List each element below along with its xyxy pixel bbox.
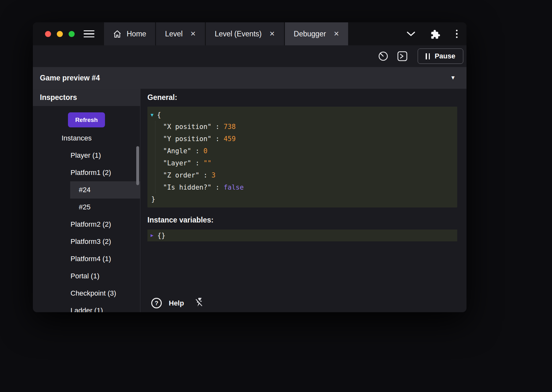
property-key: "Is hidden?" <box>163 184 212 191</box>
debugger-toolbar: Pause <box>33 45 466 67</box>
tab-label: Home <box>127 30 146 38</box>
tree-item-platform1[interactable]: Platform1 (2) <box>33 164 140 181</box>
json-property-row: "X position" : 738 <box>163 121 453 133</box>
chevron-down-icon[interactable] <box>407 31 415 37</box>
json-property-row: "Y position" : 459 <box>163 133 453 145</box>
json-property-row: "Z order" : 3 <box>163 169 453 181</box>
tab-label: Debugger <box>294 30 326 38</box>
json-property-row: "Layer" : "" <box>163 157 453 169</box>
property-value: 459 <box>224 135 236 143</box>
tree-item-instance-24[interactable]: #24 <box>70 181 140 199</box>
tree-item-player[interactable]: Player (1) <box>33 147 140 164</box>
debugger-window: Home Level ✕ Level (Events) ✕ Debugger ✕ <box>33 22 466 312</box>
property-key: "Y position" <box>163 135 212 143</box>
property-key: "Z order" <box>163 171 199 179</box>
chevron-down-icon[interactable]: ▼ <box>450 75 456 81</box>
general-label: General: <box>147 93 457 102</box>
inspector-panel: General: ▼ { "X position" : 738 "Y posit… <box>140 89 466 312</box>
inspectors-sidebar: Inspectors Refresh Instances Player (1) … <box>33 89 140 312</box>
collapse-triangle-icon[interactable]: ▼ <box>151 113 153 117</box>
help-label: Help <box>169 299 184 307</box>
property-key: "Layer" <box>163 159 191 167</box>
close-brace: } <box>151 193 453 205</box>
sidebar-scrollbar[interactable] <box>136 146 139 185</box>
tab-home[interactable]: Home <box>104 22 155 45</box>
tree-item-ladder[interactable]: Ladder (1) <box>33 302 140 312</box>
tree-item-platform3[interactable]: Platform3 (2) <box>33 233 140 250</box>
tree-item-platform4[interactable]: Platform4 (1) <box>33 250 140 268</box>
variables-value: {} <box>157 232 165 239</box>
json-property-row: "Angle" : 0 <box>163 145 453 157</box>
tab-label: Level (Events) <box>215 30 262 38</box>
menu-icon[interactable] <box>84 22 94 45</box>
profiler-gauge-icon[interactable] <box>377 50 389 62</box>
minimize-window-button[interactable] <box>57 31 63 37</box>
instance-variables-label: Instance variables: <box>147 216 457 224</box>
tabs: Home Level ✕ Level (Events) ✕ Debugger ✕ <box>104 22 349 45</box>
property-key: "X position" <box>163 123 212 131</box>
zoom-window-button[interactable] <box>69 31 75 37</box>
json-properties: "X position" : 738 "Y position" : 459 "A… <box>155 121 453 193</box>
content: Inspectors Refresh Instances Player (1) … <box>33 89 466 312</box>
game-preview-header[interactable]: Game preview #4 ▼ <box>33 67 466 89</box>
tab-level[interactable]: Level ✕ <box>156 22 205 45</box>
property-value: 0 <box>203 147 207 155</box>
pause-button[interactable]: Pause <box>418 49 463 64</box>
sidebar-title: Inspectors <box>33 89 140 106</box>
instance-variables-view: ▶ {} <box>147 230 457 241</box>
open-brace: { <box>157 111 161 119</box>
help-icon[interactable]: ? <box>151 298 162 308</box>
property-key: "Angle" <box>163 147 191 155</box>
property-value: 3 <box>212 171 216 179</box>
tree-item-portal[interactable]: Portal (1) <box>33 268 140 285</box>
home-icon <box>113 30 122 38</box>
json-property-row: "Is hidden?" : false <box>163 181 453 193</box>
tab-level-events[interactable]: Level (Events) ✕ <box>206 22 284 45</box>
flash-off-icon[interactable] <box>194 297 204 309</box>
traffic-lights <box>33 22 84 45</box>
tab-bar: Home Level ✕ Level (Events) ✕ Debugger ✕ <box>33 22 466 45</box>
pause-label: Pause <box>435 52 455 60</box>
property-value: 738 <box>224 123 236 131</box>
pause-icon <box>426 53 430 59</box>
tree-item-instance-25[interactable]: #25 <box>33 199 140 216</box>
tab-debugger[interactable]: Debugger ✕ <box>285 22 348 45</box>
extensions-puzzle-icon[interactable] <box>430 29 440 39</box>
tree-item-platform2[interactable]: Platform2 (2) <box>33 216 140 233</box>
close-window-button[interactable] <box>45 31 51 37</box>
instances-tree: Instances Player (1) Platform1 (2) #24 #… <box>33 130 140 312</box>
kebab-menu-icon[interactable] <box>455 28 459 40</box>
close-icon[interactable]: ✕ <box>269 30 275 38</box>
general-json-view: ▼ { "X position" : 738 "Y position" : 45… <box>147 107 457 207</box>
tab-label: Level <box>165 30 183 38</box>
property-value: "" <box>203 159 211 167</box>
close-icon[interactable]: ✕ <box>190 30 196 38</box>
tabbar-right-actions <box>407 22 467 45</box>
sidebar-body: Refresh Instances Player (1) Platform1 (… <box>33 106 140 312</box>
tree-item-instances[interactable]: Instances <box>33 130 140 147</box>
tree-item-checkpoint[interactable]: Checkpoint (3) <box>33 285 140 302</box>
refresh-button[interactable]: Refresh <box>68 112 105 127</box>
game-preview-title: Game preview #4 <box>40 74 100 82</box>
console-icon[interactable] <box>397 50 408 62</box>
help-row: ? Help <box>151 297 204 309</box>
close-icon[interactable]: ✕ <box>334 30 339 38</box>
property-value: false <box>224 184 244 191</box>
expand-triangle-icon[interactable]: ▶ <box>151 233 153 238</box>
